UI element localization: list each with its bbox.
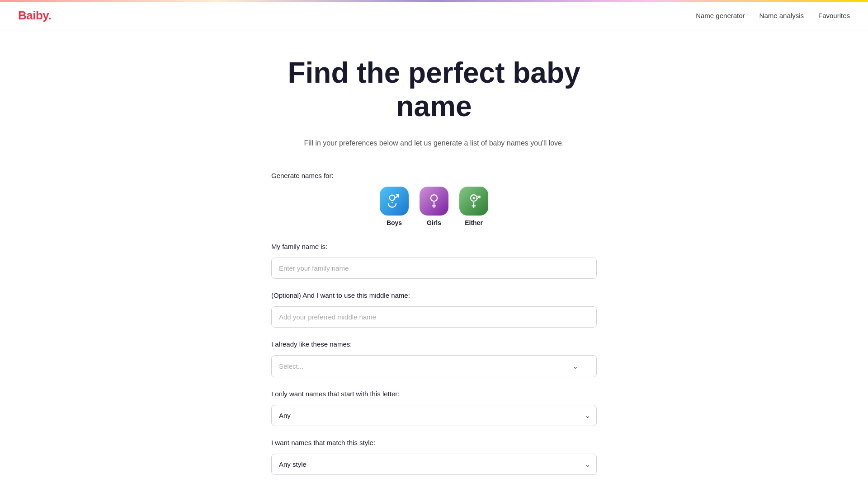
nav-name-analysis[interactable]: Name analysis	[760, 12, 804, 19]
either-label: Either	[465, 219, 483, 226]
logo-dot: .	[48, 9, 51, 22]
family-name-label: My family name is:	[271, 243, 597, 250]
gender-option-girls[interactable]: Girls	[420, 187, 448, 226]
style-select-wrapper: Any style Classic Modern Unique Traditio…	[271, 454, 597, 475]
boys-icon-bg	[380, 187, 409, 216]
liked-names-label: I already like these names:	[271, 340, 597, 348]
either-icon-bg	[459, 187, 488, 216]
gender-section: Generate names for: Boys	[271, 172, 597, 226]
starting-letter-label: I only want names that start with this l…	[271, 390, 597, 398]
liked-names-chevron-icon: ⌄	[572, 362, 578, 371]
gender-option-boys[interactable]: Boys	[380, 187, 409, 226]
family-name-section: My family name is:	[271, 243, 597, 279]
logo[interactable]: Baiby.	[18, 9, 51, 23]
style-select[interactable]: Any style Classic Modern Unique Traditio…	[271, 454, 597, 475]
gender-options: Boys Girls	[271, 187, 597, 226]
family-name-input[interactable]	[271, 258, 597, 279]
nav-name-generator[interactable]: Name generator	[696, 12, 745, 19]
logo-text: Baiby	[18, 9, 48, 22]
style-label: I want names that match this style:	[271, 439, 597, 446]
svg-point-0	[473, 197, 475, 199]
nav-favourites[interactable]: Favourites	[818, 12, 850, 19]
middle-name-section: (Optional) And I want to use this middle…	[271, 291, 597, 328]
main-nav: Name generator Name analysis Favourites	[696, 12, 850, 19]
either-gender-icon	[466, 193, 482, 209]
middle-name-label: (Optional) And I want to use this middle…	[271, 291, 597, 299]
liked-names-placeholder: Select...	[279, 362, 303, 370]
page-title: Find the perfect baby name	[271, 56, 597, 123]
liked-names-section: I already like these names: Select... ⌄	[271, 340, 597, 377]
liked-names-select[interactable]: Select... ⌄	[271, 355, 597, 377]
starting-letter-section: I only want names that start with this l…	[271, 390, 597, 426]
liked-names-select-wrapper: Select... ⌄	[271, 355, 597, 377]
boys-gender-icon	[386, 193, 402, 209]
main-content: Find the perfect baby name Fill in your …	[262, 29, 606, 488]
header: Baiby. Name generator Name analysis Favo…	[0, 2, 868, 29]
style-section: I want names that match this style: Any …	[271, 439, 597, 475]
girls-gender-icon	[426, 193, 442, 209]
hero-subtitle: Fill in your preferences below and let u…	[271, 137, 597, 149]
boys-label: Boys	[387, 219, 402, 226]
starting-letter-select[interactable]: Any A B C D E F G H I J K L M N O P Q R …	[271, 405, 597, 426]
middle-name-input[interactable]	[271, 306, 597, 328]
gender-option-either[interactable]: Either	[459, 187, 488, 226]
starting-letter-select-wrapper: Any A B C D E F G H I J K L M N O P Q R …	[271, 405, 597, 426]
girls-icon-bg	[420, 187, 448, 216]
gender-label: Generate names for:	[271, 172, 597, 179]
girls-label: Girls	[427, 219, 441, 226]
